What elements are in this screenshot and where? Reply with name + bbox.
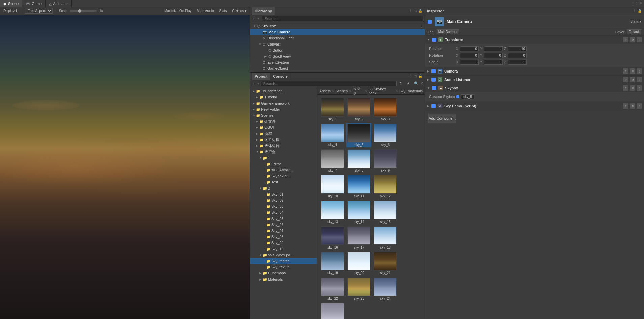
project-tree-item[interactable]: 📁 Sky_03: [250, 203, 317, 209]
project-menu-btn[interactable]: ⋮: [407, 74, 413, 78]
component-settings-btn-camera[interactable]: ⚙: [630, 68, 635, 74]
component-settings-btn-transform[interactable]: ⚙: [630, 37, 635, 42]
project-add-arrow[interactable]: ▾: [257, 81, 259, 86]
component-enabled-checkbox-transform[interactable]: [432, 38, 436, 42]
project-tree-item[interactable]: 📁 sIBL Archiv...: [250, 167, 317, 173]
hierarchy-item-dirlight[interactable]: ☀ Directional Light: [250, 35, 425, 41]
component-header-audiolistener[interactable]: ▶ 🔊 Audio Listener ? ⚙ ⋮: [425, 76, 644, 84]
aspect-dropdown[interactable]: Free Aspect: [25, 8, 53, 14]
field-y-input[interactable]: [484, 53, 503, 58]
hierarchy-item-canvas[interactable]: ▼ ⬡ Canvas: [250, 41, 425, 47]
asset-item-sky_19[interactable]: sky_19: [320, 251, 345, 276]
component-settings-btn-audiolistener[interactable]: ⚙: [630, 77, 635, 82]
tab-scene[interactable]: ◉ Scene: [0, 0, 22, 7]
inspector-menu-btn[interactable]: ⋮: [631, 9, 637, 13]
hierarchy-maximize-btn[interactable]: □: [413, 9, 418, 13]
asset-item-sky_25[interactable]: sky_25: [320, 302, 345, 319]
project-tree-item[interactable]: ▶ 📁 ThunderStor...: [250, 88, 317, 94]
tab-project[interactable]: Project: [252, 72, 270, 80]
project-tree-item[interactable]: 📁 Sky_06: [250, 222, 317, 228]
gizmos-btn[interactable]: Gizmos ▾: [231, 9, 248, 13]
project-tree-item[interactable]: ▶ 📁 协程: [250, 130, 317, 137]
tag-dropdown[interactable]: MainCamera: [437, 29, 459, 34]
field-y-input[interactable]: [484, 46, 503, 51]
component-more-btn-skybox[interactable]: ⋮: [637, 85, 642, 91]
asset-item-sky_20[interactable]: sky_20: [346, 251, 371, 276]
project-tree-item[interactable]: ▶ 📁 dll文件: [250, 118, 317, 124]
hierarchy-add-btn[interactable]: +: [251, 16, 256, 21]
field-z-input[interactable]: [508, 60, 527, 65]
project-tree-item[interactable]: 📁 Editor: [250, 161, 317, 167]
project-refresh-btn[interactable]: ↻: [398, 81, 404, 86]
project-tree-item[interactable]: ▶ 📁 UGUI: [250, 124, 317, 130]
component-header-skydemo[interactable]: ▶ # Sky Demo (Script) ? ⚙ ⋮: [425, 102, 644, 110]
project-tree-item[interactable]: 📁 Sky_10: [250, 246, 317, 252]
asset-item-sky_11[interactable]: sky_11: [346, 174, 371, 199]
component-enabled-checkbox-camera[interactable]: [431, 69, 436, 73]
breadcrumb-item[interactable]: Scenes: [335, 89, 348, 93]
asset-item-sky_17[interactable]: sky_17: [346, 226, 371, 250]
project-search-input[interactable]: [261, 81, 396, 86]
component-help-btn-audiolistener[interactable]: ?: [623, 77, 628, 82]
project-tree-item[interactable]: ▶ 📁 GameFramework: [250, 100, 317, 106]
project-bookmark-btn[interactable]: ★: [405, 81, 411, 86]
hierarchy-item-skytest[interactable]: ▼ ⬡ SkyTest* ⋮: [250, 23, 425, 29]
project-tree-item[interactable]: ▶ 📁 Tutorial: [250, 94, 317, 100]
component-enabled-checkbox-skydemo[interactable]: [431, 104, 436, 108]
panel-maximize-btn[interactable]: □: [636, 1, 638, 6]
hierarchy-item-maincamera[interactable]: 📷 Main Camera: [250, 29, 425, 35]
component-more-btn-camera[interactable]: ⋮: [637, 68, 642, 74]
project-tree-item[interactable]: ▼ 📁 Scenes: [250, 112, 317, 118]
static-label[interactable]: Static ▾: [630, 20, 641, 23]
asset-item-sky_23[interactable]: sky_23: [346, 277, 371, 301]
hierarchy-search-input[interactable]: [262, 16, 423, 21]
component-settings-btn-skybox[interactable]: ⚙: [630, 85, 635, 91]
hierarchy-item-scrollview[interactable]: ▶ ⬡ Scroll View: [250, 53, 425, 59]
tab-console[interactable]: Console: [270, 72, 290, 80]
asset-item-sky_6[interactable]: sky_6: [373, 123, 398, 147]
field-x-input[interactable]: [460, 60, 479, 65]
project-add-btn[interactable]: +: [251, 81, 256, 86]
tab-animator[interactable]: △ Animator: [46, 0, 72, 7]
asset-item-sky_14[interactable]: sky_14: [346, 200, 371, 224]
asset-item-sky_15[interactable]: sky_15: [373, 200, 398, 224]
tab-game[interactable]: 🎮 Game: [22, 0, 46, 7]
component-settings-btn-skydemo[interactable]: ⚙: [630, 103, 635, 109]
hierarchy-item-menu[interactable]: ⋮: [418, 24, 425, 28]
asset-item-sky_4[interactable]: sky_4: [320, 123, 345, 147]
mute-audio-btn[interactable]: Mute Audio: [195, 9, 215, 13]
component-more-btn-transform[interactable]: ⋮: [637, 37, 642, 42]
asset-item-sky_22[interactable]: sky_22: [320, 277, 345, 301]
project-tree-item[interactable]: ▶ 📁 图片边框: [250, 137, 317, 143]
project-lock-btn[interactable]: 🔒: [418, 74, 423, 79]
hierarchy-item-eventsystem[interactable]: ⬡ EventSystem: [250, 59, 425, 65]
component-help-btn-skydemo[interactable]: ?: [623, 103, 628, 109]
project-tree-item[interactable]: 📁 Sky_mater...: [250, 258, 317, 264]
asset-item-sky_2[interactable]: sky_2: [346, 97, 371, 122]
field-x-input[interactable]: [460, 46, 479, 51]
asset-item-sky_12[interactable]: sky_12: [373, 174, 398, 199]
field-y-input[interactable]: [484, 60, 503, 65]
project-tree-item[interactable]: ▼ 📁 天空盒: [250, 149, 317, 155]
layer-dropdown[interactable]: Default: [627, 29, 641, 34]
asset-item-sky_24[interactable]: sky_24: [373, 277, 398, 301]
project-tree-item[interactable]: 📁 Sky_04: [250, 209, 317, 215]
hierarchy-item-gameobject[interactable]: ⬡ GameObject: [250, 65, 425, 71]
asset-item-sky_7[interactable]: sky_7: [320, 149, 345, 173]
component-enabled-checkbox-audiolistener[interactable]: [431, 78, 436, 82]
maximize-on-play-btn[interactable]: Maximize On Play: [163, 9, 193, 13]
project-tree-item[interactable]: 📁 SkyboxPlu...: [250, 173, 317, 179]
field-z-input[interactable]: [508, 53, 527, 58]
asset-item-sky_13[interactable]: sky_13: [320, 200, 345, 224]
breadcrumb-item[interactable]: Sky_materials: [399, 89, 423, 93]
hierarchy-item-button[interactable]: ⬡ Button: [250, 47, 425, 53]
project-tree-item[interactable]: 📁 Test: [250, 179, 317, 185]
asset-item-sky_9[interactable]: sky_9: [373, 149, 398, 173]
asset-item-sky_10[interactable]: sky_10: [320, 174, 345, 199]
asset-item-sky_5[interactable]: sky_5: [346, 123, 371, 147]
asset-field-dropdown[interactable]: sky_5: [461, 94, 474, 99]
component-enabled-checkbox-skybox[interactable]: [432, 86, 436, 90]
field-x-input[interactable]: [460, 53, 479, 58]
breadcrumb-item[interactable]: 55 Skybox pack: [369, 87, 395, 95]
component-header-transform[interactable]: ▼ ⊕ Transform ? ⚙ ⋮: [425, 36, 644, 44]
